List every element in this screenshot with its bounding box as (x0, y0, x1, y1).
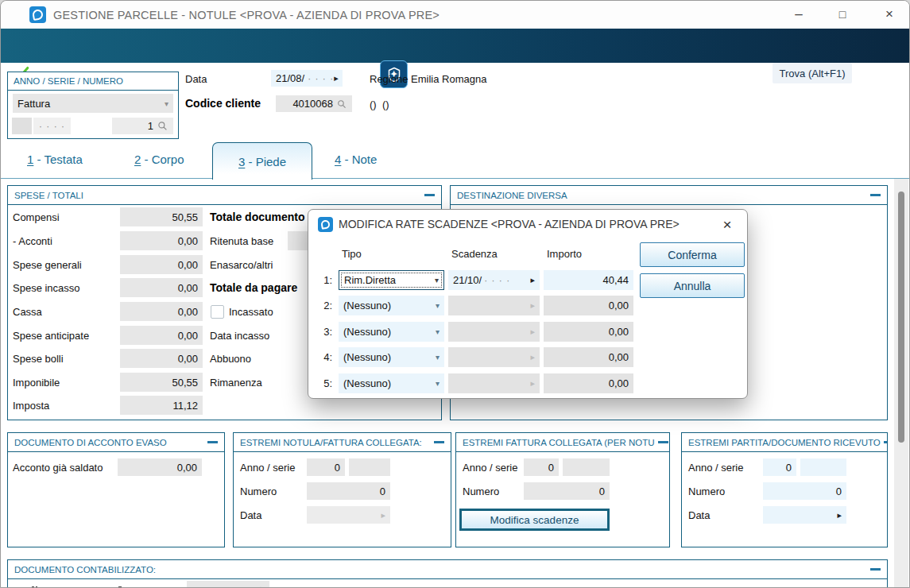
anno-serie-label: Anno / serie (240, 458, 295, 476)
panel-header: DESTINAZIONE DIVERSA (451, 186, 887, 205)
chevron-down-icon: ▾ (436, 379, 440, 388)
rate-tipo-select[interactable]: (Nessuno)▾ (339, 373, 444, 393)
app-logo-icon (318, 217, 333, 232)
clipped-field[interactable]: ▸ (187, 581, 269, 588)
close-dialog-icon[interactable]: × (715, 213, 739, 237)
numero-field[interactable]: 0 (307, 482, 390, 500)
spese-incasso-field[interactable]: 0,00 (120, 278, 203, 297)
collapse-panel-icon[interactable] (658, 441, 668, 443)
acconto-saldato-field[interactable]: 0,00 (118, 458, 202, 476)
codice-cliente-label: Codice cliente (185, 97, 261, 110)
enasarco-label: Enasarco/altri (210, 255, 273, 274)
anno-field[interactable]: 0 (307, 458, 345, 476)
collapse-panel-icon[interactable] (434, 441, 444, 443)
serie-field[interactable] (349, 458, 390, 476)
serie-field[interactable]: · · · · (33, 118, 71, 134)
esci-button[interactable]: Esci (856, 60, 903, 87)
conferma-button[interactable]: Conferma (640, 242, 745, 267)
rate-tipo-select[interactable]: (Nessuno)▾ (339, 322, 444, 342)
dialog-title: MODIFICA RATE SCADENZE <PROVA - AZIENDA … (339, 218, 680, 230)
codice-cliente-field[interactable]: 4010068 (276, 95, 352, 112)
anno-field[interactable]: 0 (524, 458, 559, 476)
tab-testata[interactable]: 1 - Testata (27, 153, 83, 166)
collapse-panel-icon[interactable] (870, 194, 881, 196)
imposta-field[interactable]: 11,12 (120, 396, 203, 415)
date-picker-arrow-icon: ▸ (260, 583, 265, 588)
data-label: Data (185, 72, 207, 85)
anno-field[interactable] (12, 118, 32, 134)
panel-header: ESTREMI PARTITA/DOCUMENTO RICEVUTO (682, 433, 887, 452)
numero-label: Numero (240, 482, 277, 500)
panel-header: DOCUMENTO DI ACCONTO EVASO (8, 433, 224, 452)
spese-generali-field[interactable]: 0,00 (120, 255, 203, 274)
search-icon[interactable] (157, 120, 168, 132)
numero-field[interactable]: 0 (763, 482, 846, 500)
collapse-panel-icon[interactable] (207, 441, 218, 443)
incassato-label: Incassato (229, 302, 273, 321)
chevron-down-icon: ▾ (436, 353, 440, 362)
spese-anticipate-field[interactable]: 0,00 (120, 326, 203, 345)
rate-importo-field[interactable]: 40,44 (544, 270, 633, 290)
data-field[interactable]: ▸ (307, 506, 390, 524)
panel-header: SPESE / TOTALI (8, 186, 441, 205)
cassa-field[interactable]: 0,00 (120, 302, 203, 321)
anno-serie-label: Anno / serie (688, 458, 743, 476)
document-type-select[interactable]: Fattura ▾ (13, 94, 173, 113)
panel-title: ESTREMI PARTITA/DOCUMENTO RICEVUTO (688, 438, 881, 447)
chevron-down-icon: ▾ (165, 99, 168, 108)
chevron-down-icon: ▾ (435, 276, 439, 284)
rate-importo-field: 0,00 (544, 296, 633, 315)
date-picker-arrow-icon[interactable]: ▸ (530, 275, 535, 285)
vertical-scrollbar-thumb[interactable] (898, 191, 904, 443)
panel-title: ESTREMI FATTURA COLLEGATA (PER NOTU (463, 438, 655, 447)
date-picker-arrow-icon[interactable]: ▸ (837, 510, 842, 520)
tab-note[interactable]: 4 - Note (335, 153, 377, 166)
collapse-panel-icon[interactable] (884, 441, 887, 443)
annulla-button[interactable]: Annulla (640, 273, 745, 298)
numero-field[interactable]: 1 (112, 118, 173, 134)
date-picker-arrow-icon[interactable]: ▸ (334, 73, 339, 83)
rate-scadenza-field: ▸ (448, 296, 540, 315)
monitor-preview-icon[interactable] (235, 63, 258, 84)
collapse-panel-icon[interactable] (870, 568, 881, 571)
imponibile-field[interactable]: 50,55 (120, 373, 203, 392)
totale-documento-label: Totale documento (210, 207, 305, 226)
region-text: Regione Emilia Romagna (370, 72, 486, 85)
estremi-fattura-collegata-panel: ESTREMI FATTURA COLLEGATA (PER NOTU Anno… (455, 432, 670, 547)
ritenuta-base-label: Ritenuta base (210, 231, 273, 250)
row-label: - Acconti (13, 231, 52, 250)
rate-tipo-select[interactable]: (Nessuno)▾ (339, 347, 444, 367)
panel-header: DOCUMENTO CONTABILIZZATO: (8, 560, 887, 579)
maximize-window-button[interactable]: □ (826, 1, 859, 28)
acconti-field[interactable]: 0,00 (120, 231, 203, 250)
incassato-checkbox[interactable] (211, 305, 224, 319)
search-icon[interactable] (336, 99, 347, 110)
rate-scadenza-field[interactable]: 21/10/· · · · ▸ (448, 270, 540, 290)
spese-bolli-field[interactable]: 0,00 (120, 349, 203, 368)
tab-corpo[interactable]: 2 - Corpo (134, 153, 184, 166)
tab-piede-active[interactable]: 3 - Piede (212, 142, 312, 180)
rate-tipo-select[interactable]: (Nessuno)▾ (339, 296, 444, 315)
documento-acconto-evaso-panel: DOCUMENTO DI ACCONTO EVASO Acconto già s… (7, 432, 225, 547)
compensi-field[interactable]: 50,55 (120, 207, 203, 226)
rate-tipo-select[interactable]: Rim.Diretta▾ (339, 270, 444, 290)
row-label: Cassa (13, 302, 42, 321)
data-field[interactable]: 21/08/ · · · · ▸ (271, 70, 343, 87)
data-label: Data (688, 506, 710, 524)
row-label: Spese bolli (13, 349, 64, 368)
panel-title: ESTREMI NOTULA/FATTURA COLLEGATA: (240, 438, 422, 447)
documento-contabilizzato-panel: DOCUMENTO CONTABILIZZATO: ▸ (7, 559, 888, 588)
data-field[interactable]: ▸ (763, 506, 846, 524)
data-incasso-label: Data incasso (210, 326, 269, 345)
numero-field[interactable]: 0 (524, 482, 610, 500)
trova-button[interactable]: Trova (Alt+F1) (773, 63, 852, 83)
serie-field[interactable] (563, 458, 610, 476)
modifica-scadenze-button[interactable]: Modifica scadenze (459, 509, 610, 531)
anno-serie-label: Anno / serie (463, 458, 517, 476)
minimize-window-button[interactable]: – (782, 1, 815, 28)
close-window-button[interactable]: × (873, 1, 906, 28)
serie-field[interactable] (800, 458, 846, 476)
collapse-panel-icon[interactable] (424, 194, 435, 196)
anno-field[interactable]: 0 (763, 458, 796, 476)
chevron-down-icon: ▾ (436, 327, 440, 336)
